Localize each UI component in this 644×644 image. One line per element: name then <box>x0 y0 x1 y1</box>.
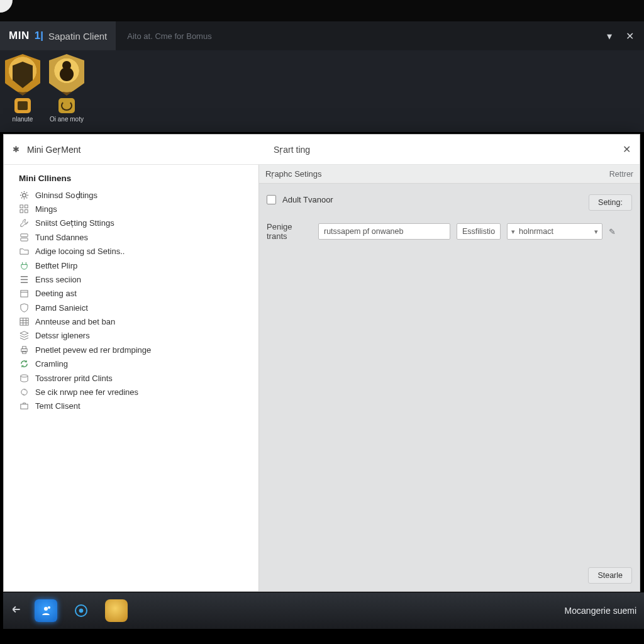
svg-rect-3 <box>19 210 23 213</box>
settings-button[interactable]: Seting: <box>589 194 632 211</box>
sidebar-item-tosstrorer[interactable]: Tosstrorer pritd Clints <box>4 371 258 385</box>
svg-rect-2 <box>25 205 28 208</box>
taskbar-app-3[interactable] <box>105 599 128 622</box>
pin-icon[interactable]: ✱ <box>13 145 19 154</box>
sidebar-item-tund[interactable]: Tund Sdannes <box>4 230 258 244</box>
expand-icon[interactable] <box>11 604 22 618</box>
settings-sidebar: Mini Cllinens Glninsd Soḍtings Mings Sni… <box>4 165 259 591</box>
plug-icon <box>19 260 29 270</box>
sidebar-item-label: Enss seciion <box>35 275 81 284</box>
svg-point-16 <box>48 606 50 609</box>
wrench-icon <box>19 218 29 228</box>
section-header: Rṛaphc Setings Rettrer <box>259 165 640 184</box>
app-logo-text: MIN <box>9 30 30 42</box>
server-icon <box>19 232 29 242</box>
calendar-icon <box>19 289 29 299</box>
window-corner <box>0 0 13 13</box>
mini-badge-1[interactable] <box>14 98 31 113</box>
svg-point-15 <box>44 607 48 611</box>
shield-icon <box>19 303 29 313</box>
dialog-close-icon[interactable]: ✕ <box>623 143 631 155</box>
sidebar-item-label: Temt Clisent <box>35 401 80 411</box>
svg-rect-5 <box>20 234 27 237</box>
app-header: MIN 1| Sapatin Client Aito at. Cme for B… <box>0 21 644 50</box>
sidebar-item-betfet[interactable]: Betftet Plirp <box>4 258 258 272</box>
close-icon[interactable]: ✕ <box>626 30 634 42</box>
game-badge-2[interactable] <box>49 54 84 96</box>
mini-badge-1-label: nlanute <box>13 116 33 123</box>
sidebar-item-label: Deeting ast <box>35 289 77 298</box>
sidebar-item-label: Pamd Sanieict <box>35 303 88 313</box>
svg-point-0 <box>22 193 26 197</box>
section-right-link[interactable]: Rettrer <box>609 170 633 179</box>
sidebar-item-mings[interactable]: Mings <box>4 202 258 216</box>
sidebar-item-label: Mings <box>35 204 57 214</box>
taskbar-status: Mocangerie suemi <box>565 606 636 616</box>
sidebar-item-anntese[interactable]: Annteuse and bet ban <box>4 314 258 328</box>
form-label: Penige trants <box>267 222 312 241</box>
svg-rect-4 <box>25 210 28 213</box>
sidebar-item-label: Tund Sdannes <box>35 233 88 242</box>
sidebar-heading: Mini Cllinens <box>4 171 258 188</box>
svg-point-13 <box>21 389 26 395</box>
taskbar: Mocangerie suemi <box>3 592 644 629</box>
sidebar-item-label: Betftet Plirp <box>35 261 77 270</box>
sidebar-item-label: Adige locoing sd Setins.. <box>35 247 125 256</box>
form-input[interactable] <box>318 223 450 240</box>
checkbox-icon[interactable] <box>267 195 276 204</box>
sidebar-item-label: Cramling <box>35 359 68 369</box>
taskbar-app-1[interactable] <box>35 599 57 622</box>
sidebar-item-cramling[interactable]: Cramling <box>4 357 258 371</box>
layers-icon <box>19 331 29 341</box>
section-title: Rṛaphc Setings <box>265 169 322 179</box>
chevron-down-icon: ▾ <box>594 228 598 236</box>
sidebar-item-detss[interactable]: Detssr igleners <box>4 329 258 343</box>
sidebar-item-pnetlet[interactable]: Pnetlet pevew ed rer brdmpinge <box>4 343 258 357</box>
briefcase-icon <box>19 401 29 411</box>
sidebar-item-seck[interactable]: Se cik nrwp nee fer vredines <box>4 385 258 399</box>
taskbar-app-2[interactable] <box>70 599 92 622</box>
edit-icon[interactable]: ✎ <box>609 227 616 236</box>
chevron-down-icon: ▾ <box>511 228 515 236</box>
list-icon <box>19 274 29 284</box>
checkbox-row[interactable]: Adult Tvanoor <box>267 195 632 204</box>
sidebar-item-snist[interactable]: Sniitst Geṭting Sttings <box>4 216 258 230</box>
svg-rect-1 <box>19 205 23 208</box>
svg-rect-6 <box>20 238 27 241</box>
start-button[interactable]: Stearle <box>588 567 632 584</box>
printer-icon <box>19 345 29 355</box>
sidebar-item-ens[interactable]: Enss seciion <box>4 272 258 286</box>
dialog-title-right: Sṛart ting <box>274 145 623 155</box>
sidebar-item-temt[interactable]: Temt Clisent <box>4 399 258 413</box>
sidebar-item-general[interactable]: Glninsd Soḍtings <box>4 188 258 202</box>
svg-rect-14 <box>20 404 27 409</box>
form-small-input[interactable] <box>457 223 501 240</box>
sidebar-item-label: Glninsd Soḍtings <box>35 191 97 200</box>
svg-rect-7 <box>20 291 27 297</box>
form-row: Penige trants ▾ holnrmact ▾ ✎ <box>267 222 632 241</box>
settings-dialog: ✱ Mini GeṛMent Sṛart ting ✕ Mini Cllinen… <box>3 134 640 592</box>
form-select[interactable]: ▾ holnrmact ▾ <box>507 223 602 240</box>
folder-icon <box>19 247 29 257</box>
settings-content: Rṛaphc Setings Rettrer Adult Tvanoor Set… <box>259 165 640 591</box>
sidebar-item-adige[interactable]: Adige locoing sd Setins.. <box>4 245 258 258</box>
table-icon <box>19 317 29 327</box>
game-badge-1[interactable] <box>5 54 40 96</box>
svg-point-12 <box>20 374 27 377</box>
sidebar-item-label: Tosstrorer pritd Clints <box>35 374 113 383</box>
sidebar-item-label: Pnetlet pevew ed rer brdmpinge <box>35 345 151 355</box>
svg-point-18 <box>79 609 83 613</box>
app-title: Sapatin Client <box>48 31 107 42</box>
app-logo-accent: 1| <box>35 30 43 42</box>
launcher-strip: nlanute Oi ane moty <box>0 50 644 132</box>
app-subtitle: Aito at. Cme for Bomus <box>116 21 597 50</box>
grid-icon <box>19 204 29 214</box>
minimize-icon[interactable]: ▾ <box>607 30 612 42</box>
sidebar-item-label: Sniitst Geṭting Sttings <box>35 218 114 228</box>
sidebar-item-pamd[interactable]: Pamd Sanieict <box>4 301 258 314</box>
svg-rect-8 <box>19 318 28 325</box>
sidebar-item-deeting[interactable]: Deeting ast <box>4 287 258 301</box>
sidebar-item-label: Annteuse and bet ban <box>35 317 115 326</box>
mini-badge-2[interactable] <box>58 98 75 113</box>
app-title-tab[interactable]: MIN 1| Sapatin Client <box>0 21 116 50</box>
